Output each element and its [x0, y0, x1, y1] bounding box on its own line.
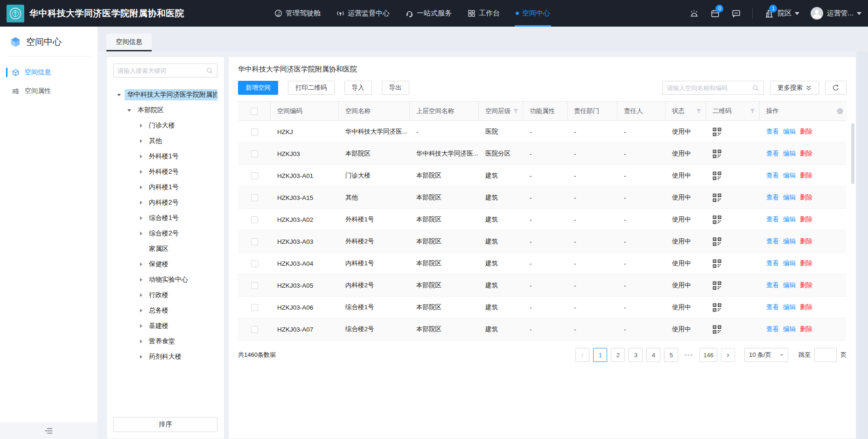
tree-node[interactable]: 营养食堂 — [113, 333, 217, 349]
sidebar-collapse-button[interactable] — [0, 422, 98, 439]
page-button[interactable]: 1 — [593, 348, 607, 362]
page-button[interactable]: › — [721, 348, 735, 362]
tree-caret-icon[interactable] — [139, 324, 146, 328]
refresh-button[interactable] — [825, 81, 847, 95]
tree-node[interactable]: 综合楼1号 — [113, 210, 217, 226]
sidebar-item-space-info[interactable]: 空间信息 — [0, 63, 98, 82]
delete-link[interactable]: 删除 — [800, 281, 812, 290]
view-link[interactable]: 查看 — [766, 237, 779, 246]
edit-link[interactable]: 编辑 — [783, 215, 796, 224]
delete-link[interactable]: 删除 — [800, 171, 812, 180]
search-icon[interactable] — [752, 85, 759, 92]
qrcode-icon[interactable] — [713, 237, 721, 246]
tree-node[interactable]: 总务楼 — [113, 303, 217, 318]
tree-node-label[interactable]: 基建楼 — [146, 320, 171, 332]
edit-link[interactable]: 编辑 — [783, 193, 796, 202]
tree-node[interactable]: 综合楼2号 — [113, 226, 217, 241]
print-qrcode-button[interactable]: 打印二维码 — [288, 81, 335, 95]
row-checkbox[interactable] — [251, 304, 258, 311]
delete-link[interactable]: 删除 — [800, 149, 812, 158]
tree-caret-icon[interactable] — [127, 107, 135, 113]
tree-caret-icon[interactable] — [139, 139, 146, 143]
tree-node[interactable]: 门诊大楼 — [113, 118, 217, 133]
qrcode-icon[interactable] — [713, 303, 721, 312]
tree-node-label[interactable]: 总务楼 — [146, 305, 171, 316]
delete-link[interactable]: 删除 — [800, 303, 812, 312]
edit-link[interactable]: 编辑 — [783, 281, 796, 290]
tree-caret-icon[interactable] — [117, 92, 125, 98]
table-search-input[interactable] — [667, 85, 752, 92]
tree-node-label[interactable]: 动物实验中心 — [146, 274, 191, 285]
edit-link[interactable]: 编辑 — [783, 127, 796, 136]
tree-node[interactable]: 外科楼2号 — [113, 164, 217, 179]
tree-node-label[interactable]: 外科楼2号 — [146, 166, 182, 177]
filter-icon[interactable] — [513, 109, 518, 114]
qrcode-icon[interactable] — [713, 325, 721, 334]
tree-node-label[interactable]: 行政楼 — [146, 290, 171, 301]
edit-link[interactable]: 编辑 — [783, 259, 796, 268]
view-link[interactable]: 查看 — [766, 149, 779, 158]
edit-link[interactable]: 编辑 — [783, 237, 796, 246]
tree-node-label[interactable]: 外科楼1号 — [146, 151, 182, 162]
view-link[interactable]: 查看 — [766, 259, 779, 268]
tree-caret-icon[interactable] — [139, 278, 146, 282]
tree-caret-icon[interactable] — [139, 309, 146, 312]
delete-link[interactable]: 删除 — [800, 259, 812, 268]
tree-node-label[interactable]: 华中科技大学同济医学院附属协... — [125, 89, 217, 100]
tree-node-label[interactable]: 营养食堂 — [146, 336, 178, 347]
tree-node-label[interactable]: 药剂科大楼 — [146, 351, 184, 362]
nav-item-operation-monitor[interactable]: 运营监督中心 — [336, 0, 390, 27]
tree-node-label[interactable]: 本部院区 — [135, 105, 167, 116]
tab-space-info[interactable]: 空间信息 — [106, 34, 152, 51]
tree-node-label[interactable]: 门诊大楼 — [146, 120, 178, 131]
tree-node-label[interactable]: 综合楼2号 — [146, 228, 182, 239]
edit-link[interactable]: 编辑 — [783, 303, 796, 312]
tree-node-label[interactable]: 家属区 — [146, 243, 171, 255]
delete-link[interactable]: 删除 — [800, 325, 812, 333]
page-button[interactable]: 146 — [700, 348, 717, 362]
jump-input[interactable] — [814, 348, 837, 362]
delete-link[interactable]: 删除 — [800, 193, 812, 202]
view-link[interactable]: 查看 — [766, 325, 779, 333]
gear-icon[interactable] — [836, 107, 844, 115]
page-scrollbar-track[interactable] — [856, 27, 868, 439]
filter-icon[interactable] — [750, 109, 755, 114]
import-button[interactable]: 导入 — [344, 81, 372, 95]
qrcode-icon[interactable] — [713, 127, 721, 136]
nav-item-one-stop-service[interactable]: 一站式服务 — [406, 0, 452, 27]
nav-item-workbench[interactable]: 工作台 — [468, 0, 500, 27]
filter-icon[interactable] — [696, 109, 701, 114]
user-menu[interactable]: 运营管... — [811, 7, 861, 20]
qrcode-icon[interactable] — [713, 259, 721, 268]
qrcode-icon[interactable] — [713, 149, 721, 158]
row-checkbox[interactable] — [251, 282, 258, 289]
view-link[interactable]: 查看 — [766, 193, 779, 202]
tree-node[interactable]: 动物实验中心 — [113, 272, 217, 287]
tree-node[interactable]: 其他 — [113, 133, 217, 149]
tree-caret-icon[interactable] — [139, 355, 146, 359]
campus-selector[interactable]: 1 院区 — [764, 8, 799, 19]
tree-node[interactable]: 内科楼1号 — [113, 179, 217, 195]
tree-node-label[interactable]: 综合楼1号 — [146, 212, 182, 224]
tree-node[interactable]: 药剂科大楼 — [113, 349, 217, 364]
tree-caret-icon[interactable] — [139, 155, 146, 158]
page-button[interactable]: ••• — [682, 348, 696, 362]
delete-link[interactable]: 删除 — [800, 215, 812, 224]
export-button[interactable]: 导出 — [382, 81, 409, 95]
tree-node[interactable]: 基建楼 — [113, 318, 217, 333]
page-button[interactable]: ‹ — [575, 348, 589, 362]
edit-link[interactable]: 编辑 — [783, 325, 796, 333]
tree-node-label[interactable]: 内科楼2号 — [146, 197, 182, 208]
row-checkbox[interactable] — [251, 238, 258, 245]
alarm-button[interactable] — [689, 8, 699, 18]
edit-link[interactable]: 编辑 — [783, 149, 796, 158]
row-checkbox[interactable] — [251, 194, 258, 201]
view-link[interactable]: 查看 — [766, 127, 779, 136]
add-space-button[interactable]: 新增空间 — [238, 81, 278, 95]
more-search-button[interactable]: 更多搜索 — [770, 81, 819, 95]
qrcode-icon[interactable] — [713, 281, 721, 290]
schedule-button[interactable]: 0 — [710, 8, 720, 18]
tree-search-input[interactable] — [118, 67, 206, 74]
view-link[interactable]: 查看 — [766, 215, 779, 224]
row-checkbox[interactable] — [251, 326, 258, 333]
